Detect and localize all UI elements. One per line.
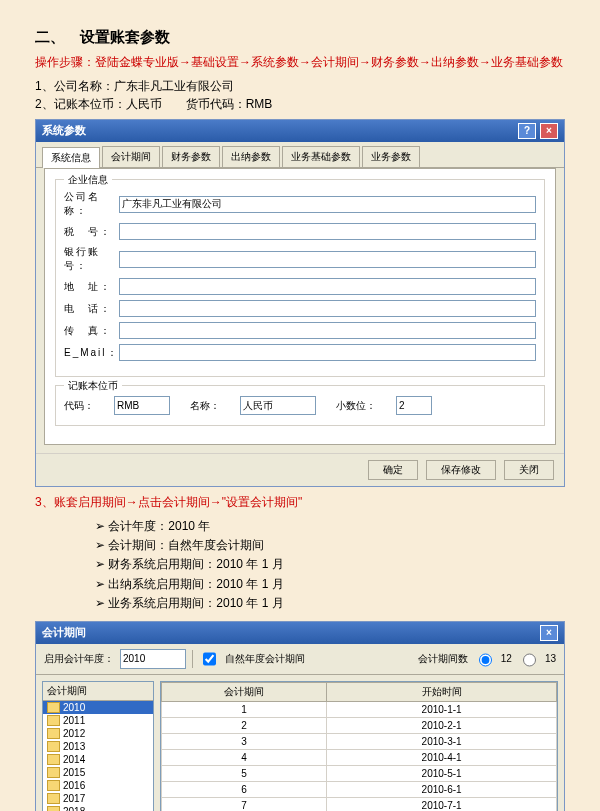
btn-确定[interactable]: 确定 xyxy=(368,460,418,480)
year-label: 启用会计年度： xyxy=(44,652,114,666)
radio-13[interactable] xyxy=(523,652,536,668)
step3-text: 3、账套启用期间→点击会计期间→"设置会计期间" xyxy=(35,493,565,511)
folder-icon xyxy=(47,780,60,791)
group-company: 企业信息 xyxy=(64,173,112,187)
btn-保存修改[interactable]: 保存修改 xyxy=(426,460,496,480)
tree-year[interactable]: 2016 xyxy=(43,779,153,792)
tree-year[interactable]: 2010 xyxy=(43,701,153,714)
folder-icon xyxy=(47,767,60,778)
year-tree: 会计期间 20102011201220132014201520162017201… xyxy=(42,681,154,811)
window-controls-2: × xyxy=(539,625,558,641)
tab-4[interactable]: 业务基础参数 xyxy=(282,146,360,167)
help-icon[interactable]: ? xyxy=(518,123,536,139)
label-fax: 传 真： xyxy=(64,324,119,338)
addr-input[interactable] xyxy=(119,278,536,295)
natural-checkbox[interactable] xyxy=(203,651,216,667)
table-row[interactable]: 22010-2-1 xyxy=(162,717,557,733)
table-row[interactable]: 72010-7-1 xyxy=(162,797,557,811)
period-table: 会计期间开始时间12010-1-122010-2-132010-3-142010… xyxy=(160,681,558,811)
tabs: 系统信息会计期间财务参数出纳参数业务基础参数业务参数 xyxy=(36,142,564,168)
tab-5[interactable]: 业务参数 xyxy=(362,146,420,167)
tree-year[interactable]: 2012 xyxy=(43,727,153,740)
info-line-2: 2、记账本位币：人民币 货币代码：RMB xyxy=(35,95,565,113)
code-input[interactable] xyxy=(114,396,170,415)
folder-icon xyxy=(47,806,60,811)
tax-input[interactable] xyxy=(119,223,536,240)
year-input[interactable] xyxy=(120,649,186,669)
label-mail: E_Mail： xyxy=(64,346,119,360)
label-name: 公司名称： xyxy=(64,190,119,218)
label-12: 12 xyxy=(501,653,512,664)
dec-input[interactable] xyxy=(396,396,432,415)
tab-3[interactable]: 出纳参数 xyxy=(222,146,280,167)
label-tel: 电 话： xyxy=(64,302,119,316)
company-input[interactable] xyxy=(119,196,536,213)
natural-label: 自然年度会计期间 xyxy=(225,652,305,666)
period-count-label: 会计期间数 xyxy=(418,652,468,666)
label-13: 13 xyxy=(545,653,556,664)
btn-关闭[interactable]: 关闭 xyxy=(504,460,554,480)
folder-icon xyxy=(47,728,60,739)
tab-0[interactable]: 系统信息 xyxy=(42,147,100,168)
mail-input[interactable] xyxy=(119,344,536,361)
folder-icon xyxy=(47,754,60,765)
col-header: 开始时间 xyxy=(327,682,557,701)
table-row[interactable]: 62010-6-1 xyxy=(162,781,557,797)
tree-year[interactable]: 2018 xyxy=(43,805,153,811)
table-row[interactable]: 42010-4-1 xyxy=(162,749,557,765)
radio-12[interactable] xyxy=(479,652,492,668)
tree-year[interactable]: 2013 xyxy=(43,740,153,753)
label-cname: 名称： xyxy=(190,399,220,413)
col-header: 会计期间 xyxy=(162,682,327,701)
system-params-window: 系统参数 ? × 系统信息会计期间财务参数出纳参数业务基础参数业务参数 企业信息… xyxy=(35,119,565,487)
tel-input[interactable] xyxy=(119,300,536,317)
section-title: 二、 设置账套参数 xyxy=(35,28,565,47)
folder-icon xyxy=(47,793,60,804)
group-currency: 记账本位币 xyxy=(64,379,122,393)
table-row[interactable]: 12010-1-1 xyxy=(162,701,557,717)
label-code: 代码： xyxy=(64,399,94,413)
window-title: 系统参数 xyxy=(42,123,86,139)
tree-header: 会计期间 xyxy=(43,682,153,701)
tree-year[interactable]: 2011 xyxy=(43,714,153,727)
folder-icon xyxy=(47,741,60,752)
period-window: 会计期间 × 启用会计年度： 自然年度会计期间 会计期间数 12 13 会计期间… xyxy=(35,621,565,811)
folder-icon xyxy=(47,702,60,713)
table-row[interactable]: 32010-3-1 xyxy=(162,733,557,749)
label-dec: 小数位： xyxy=(336,399,376,413)
bullet-item: 财务系统启用期间：2010 年 1 月 xyxy=(95,555,565,574)
close-icon[interactable]: × xyxy=(540,625,558,641)
tree-year[interactable]: 2017 xyxy=(43,792,153,805)
fax-input[interactable] xyxy=(119,322,536,339)
label-tax: 税 号： xyxy=(64,225,119,239)
tree-year[interactable]: 2014 xyxy=(43,753,153,766)
bullet-item: 业务系统启用期间：2010 年 1 月 xyxy=(95,594,565,613)
tab-2[interactable]: 财务参数 xyxy=(162,146,220,167)
bullet-list: 会计年度：2010 年会计期间：自然年度会计期间财务系统启用期间：2010 年 … xyxy=(95,517,565,613)
bank-input[interactable] xyxy=(119,251,536,268)
table-row[interactable]: 52010-5-1 xyxy=(162,765,557,781)
tab-1[interactable]: 会计期间 xyxy=(102,146,160,167)
info-line-1: 1、公司名称：广东非凡工业有限公司 xyxy=(35,77,565,95)
bullet-item: 出纳系统启用期间：2010 年 1 月 xyxy=(95,575,565,594)
button-row: 确定保存修改关闭 xyxy=(36,453,564,486)
close-icon[interactable]: × xyxy=(540,123,558,139)
steps-text: 操作步骤：登陆金蝶专业版→基础设置→系统参数→会计期间→财务参数→出纳参数→业务… xyxy=(35,53,565,71)
bullet-item: 会计期间：自然年度会计期间 xyxy=(95,536,565,555)
label-bank: 银行账号： xyxy=(64,245,119,273)
folder-icon xyxy=(47,715,60,726)
bullet-item: 会计年度：2010 年 xyxy=(95,517,565,536)
label-addr: 地 址： xyxy=(64,280,119,294)
window-title-2: 会计期间 xyxy=(42,625,86,641)
window-controls: ? × xyxy=(517,123,558,139)
cname-input[interactable] xyxy=(240,396,316,415)
tree-year[interactable]: 2015 xyxy=(43,766,153,779)
